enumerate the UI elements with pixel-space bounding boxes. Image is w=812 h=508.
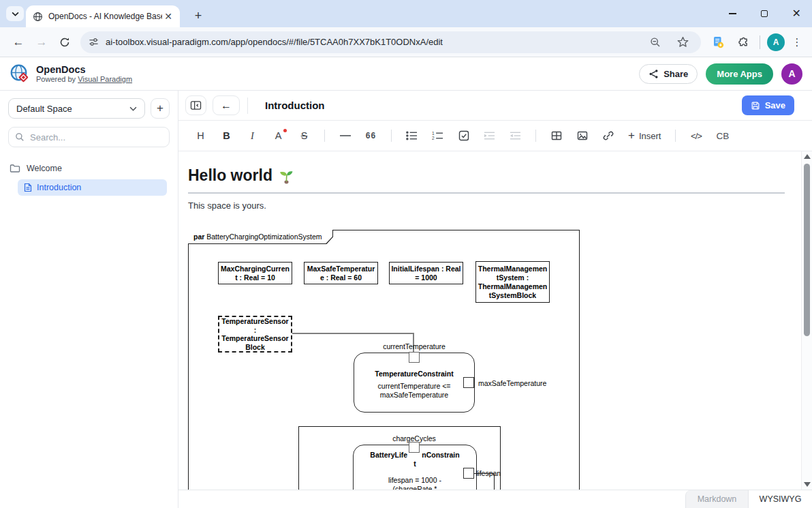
share-icon	[649, 69, 659, 79]
save-floppy-icon	[751, 101, 760, 110]
new-tab-button[interactable]: +	[189, 7, 207, 25]
formatting-toolbar: H B I A S 66 1 2	[178, 121, 812, 151]
browser-tab[interactable]: OpenDocs - AI Knowledge Base ✕	[26, 5, 180, 27]
outdent-icon[interactable]	[510, 128, 521, 143]
search-box[interactable]	[8, 127, 170, 147]
editor-header: ← Introduction Save	[178, 91, 812, 121]
scrollbar-thumb[interactable]	[804, 164, 810, 336]
browser-titlebar: OpenDocs - AI Knowledge Base ✕ + ✕	[0, 0, 812, 27]
constraint-temperature-title: TemperatureConstraint	[354, 370, 474, 378]
port-lifespan	[463, 468, 474, 479]
editor-pane: ← Introduction Save H B I A S 66	[178, 91, 812, 508]
app-brand: OpenDocs Powered by Visual Paradigm	[10, 63, 132, 84]
document-paragraph: This space is yours.	[188, 200, 266, 211]
scroll-down-icon[interactable]	[804, 482, 811, 487]
sidebar: Default Space +	[0, 91, 178, 508]
reload-icon[interactable]	[53, 31, 76, 54]
site-settings-icon[interactable]	[89, 37, 99, 47]
zoom-icon[interactable]	[645, 32, 666, 53]
bold-icon[interactable]: B	[221, 128, 232, 143]
search-icon	[15, 132, 25, 142]
vertical-scrollbar[interactable]	[801, 151, 812, 490]
heading-icon[interactable]: H	[195, 128, 206, 143]
connector-sensor-horizontal	[292, 333, 414, 334]
value-block-initial-lifespan: InitialLifespan : Real = 1000	[389, 262, 463, 284]
save-button[interactable]: Save	[742, 95, 794, 115]
blockquote-icon[interactable]: 66	[365, 128, 377, 143]
window-maximize-button[interactable]	[761, 10, 768, 17]
mode-markdown-button[interactable]: Markdown	[685, 490, 748, 508]
toggle-sidebar-button[interactable]	[185, 95, 206, 115]
bullet-list-icon[interactable]	[406, 128, 418, 143]
insert-button[interactable]: + Insert	[628, 131, 661, 141]
browser-profile-avatar[interactable]: A	[767, 33, 785, 51]
table-icon[interactable]	[550, 128, 562, 143]
code-block-icon[interactable]: CB	[716, 128, 729, 143]
link-icon[interactable]	[602, 128, 614, 143]
back-icon[interactable]: ←	[7, 31, 30, 54]
color-dot	[283, 129, 287, 132]
bookmark-star-icon[interactable]	[672, 32, 693, 53]
value-block-max-charging-current: MaxChargingCurrent : Real = 10	[218, 262, 292, 284]
powered-by: Powered by Visual Paradigm	[36, 75, 132, 83]
svg-text:1: 1	[432, 131, 435, 136]
share-button[interactable]: Share	[639, 64, 698, 84]
strikethrough-icon[interactable]: S	[298, 128, 310, 143]
port-charge-cycles	[409, 442, 420, 453]
browser-toolbar: ← → ai-toolbox.visual-paradigm.com/app/o…	[0, 27, 812, 57]
space-selector[interactable]: Default Space	[8, 98, 145, 119]
sidebar-item-welcome[interactable]: Welcome	[0, 160, 178, 177]
code-icon[interactable]: </>	[690, 128, 702, 143]
value-block-max-safe-temperature: MaxSafeTemperature : Real = 60	[304, 262, 378, 284]
folder-icon	[10, 164, 20, 173]
back-button[interactable]: ←	[213, 95, 240, 115]
more-apps-button[interactable]: More Apps	[706, 63, 773, 85]
scroll-up-icon[interactable]	[804, 154, 811, 159]
url-text[interactable]: ai-toolbox.visual-paradigm.com/app/opend…	[106, 37, 638, 47]
mode-wysiwyg-button[interactable]: WYSIWYG	[748, 490, 812, 508]
italic-icon[interactable]: I	[247, 128, 258, 143]
visual-paradigm-link[interactable]: Visual Paradigm	[78, 75, 132, 83]
extensions-puzzle-icon[interactable]	[732, 32, 753, 53]
document-heading: Hello world	[188, 166, 785, 194]
tab-favicon-globe-icon	[33, 12, 43, 22]
page-tree: Welcome Introduction	[0, 160, 178, 196]
window-minimize-button[interactable]	[729, 13, 736, 14]
horizontal-rule-icon[interactable]	[339, 128, 351, 143]
svg-text:2: 2	[432, 136, 435, 140]
constraint-temperature-expression: currentTemperature <= maxSafeTemperature	[363, 382, 465, 400]
part-temperature-sensor: TemperatureSensor : TemperatureSensorBlo…	[218, 316, 292, 353]
plus-icon: +	[628, 131, 635, 140]
task-list-icon[interactable]	[458, 128, 469, 143]
chevron-down-icon	[129, 106, 137, 111]
url-bar[interactable]: ai-toolbox.visual-paradigm.com/app/opend…	[80, 31, 701, 53]
document-content[interactable]: Hello world This space is yours.	[178, 151, 801, 490]
image-icon[interactable]	[576, 128, 588, 143]
page-title: Introduction	[265, 100, 324, 111]
window-close-button[interactable]: ✕	[792, 10, 801, 17]
port-label-max-safe-temperature: maxSafeTemperature	[478, 379, 546, 387]
forward-icon[interactable]: →	[30, 31, 53, 54]
port-current-temperature	[409, 352, 420, 363]
indent-icon[interactable]	[484, 128, 495, 143]
numbered-list-icon[interactable]: 1 2	[432, 128, 443, 143]
app-name: OpenDocs	[36, 64, 132, 75]
tab-search-button[interactable]	[6, 6, 24, 21]
seedling-emoji	[278, 168, 294, 184]
text-color-icon[interactable]: A	[272, 128, 284, 143]
tab-close-icon[interactable]: ✕	[162, 11, 174, 22]
connector-lifespan-horizontal	[474, 473, 495, 474]
add-space-button[interactable]: +	[151, 98, 170, 119]
header-divider	[247, 98, 248, 114]
parametric-diagram[interactable]: par BatteryChargingOptimizationSystem Ma…	[188, 230, 582, 490]
user-avatar[interactable]: A	[781, 63, 802, 85]
search-input[interactable]	[30, 132, 163, 143]
browser-menu-icon[interactable]: ⋮	[789, 36, 805, 48]
editor-body[interactable]: Hello world This space is yours.	[178, 151, 812, 490]
docs-offline-icon[interactable]	[708, 32, 728, 53]
app-header: OpenDocs Powered by Visual Paradigm Shar…	[0, 57, 812, 91]
constraint-battery-expression: lifespan = 1000 - (chargeRate *	[375, 476, 455, 490]
block-thermal-management-system: ThermalManagementSystem : ThermalManagem…	[475, 261, 550, 303]
port-label-current-temperature: currentTemperature	[346, 342, 482, 350]
sidebar-item-introduction[interactable]: Introduction	[18, 179, 167, 196]
